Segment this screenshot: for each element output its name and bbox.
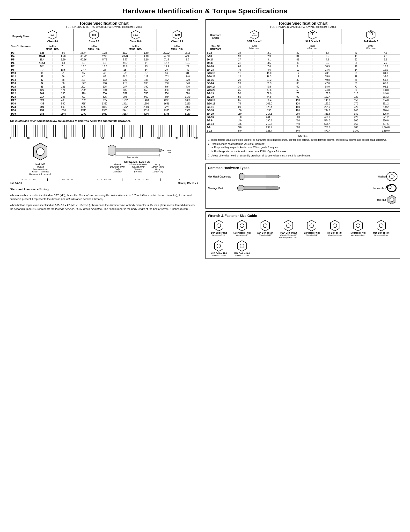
val-cell: 300 | 408.0	[284, 116, 342, 119]
c88-units: in/lbsft/lbs Nm.	[74, 44, 115, 51]
val-cell: 1401 | 1900	[115, 102, 157, 105]
table-row: 1-12 240 | 326.4 640 | 870.4 1,000 | 1,3…	[206, 129, 400, 133]
class-8-8-icon: 8.8	[89, 30, 99, 40]
val-cell: 120 | 163.2	[284, 102, 342, 105]
val-cell: 400 | 544.0	[284, 119, 342, 122]
table-row: 8-32 19 | 2.1 30 | 3.4 41 | 4.6	[206, 51, 400, 55]
val-cell: 240 | 326.4	[342, 109, 400, 112]
size-cell: 7/16-20	[206, 88, 225, 92]
val-cell: 55 | 74.8	[225, 95, 284, 98]
size-cell: M6	[10, 61, 32, 65]
svg-text:8.8: 8.8	[92, 33, 96, 36]
std-sizing: Standard Hardware Sizing When a washer o…	[10, 187, 198, 211]
notes-list: These torque values are to be used for a…	[207, 138, 399, 157]
wrench-item-sub: Wrench—3/4"	[306, 234, 317, 236]
svg-marker-68	[214, 241, 223, 251]
val-cell: 30 | 40.8	[284, 78, 342, 82]
class-5-6-label: Class 5.6	[32, 40, 73, 43]
val-cell: 5.97 | 8.10	[115, 58, 157, 61]
val-cell: 19 | 2.1	[225, 51, 284, 54]
val-cell: 29 | 40	[156, 68, 198, 71]
val-cell: 420 | 571.2	[342, 116, 400, 119]
val-cell: 14 | 19.0	[342, 68, 400, 71]
inch-ruler: 0 1/4 1/2 3/4 1 1/4 1/2 3/4 2 1/4 1/2 3/…	[10, 178, 198, 181]
val-cell: 110 | 149.6	[284, 99, 342, 102]
ruler-100: 100	[194, 137, 198, 140]
c129-units: in/lbsft/lbs Nm.	[156, 44, 198, 51]
size-header-row: Size Of Hardware in/lbsft/lbs Nm. in/lbs…	[10, 44, 198, 51]
nut-m8-diagram: Nut, M8 Thread Diameter (mm) Inside Thre…	[10, 142, 71, 175]
size-cell: M27	[10, 99, 32, 102]
inch-4: 4	[160, 179, 198, 181]
svg-point-71	[240, 244, 244, 248]
table-row: 1/4-28 76 | 8.6 10 | 13.6 14 | 19.0	[206, 68, 400, 72]
size-cell: M4	[10, 55, 32, 58]
val-cell: 170 | 231.2	[342, 102, 400, 105]
val-cell: 30.72 | 2.90	[74, 55, 115, 58]
inch-3: 3 1/4 1/2 3/4	[123, 179, 160, 181]
right-units-header: Size Of Hardware in/lbsft/lbs Nm. in/lbs…	[206, 44, 400, 51]
screw-m8-diagram: Body Diameter Body Length Screw, M8- 1.2…	[76, 142, 198, 173]
val-cell: 19.9 | 27	[156, 65, 198, 68]
inch-1: 1 1/4 1/2 3/4	[48, 179, 85, 181]
size-cell: 3/8-16	[206, 78, 225, 82]
note-2: Recommended seating torque values for lo…	[211, 142, 399, 153]
svg-point-69	[217, 244, 221, 248]
val-cell: 1349 | 1830	[74, 105, 115, 109]
val-cell: 23 | 31.3	[225, 82, 284, 85]
val-cell: 101 | 132	[74, 78, 115, 82]
size-cell: M8	[10, 68, 32, 71]
ruler-bar	[10, 125, 198, 137]
table-row: 7/8-14 155 | 210.8 440 | 598.4 660 | 897…	[206, 122, 400, 126]
val-cell: 50 | 67	[115, 72, 157, 75]
nut-m8-svg	[31, 142, 50, 161]
ruler-40: 40	[83, 137, 85, 140]
val-cell: 250 | 340	[156, 82, 198, 85]
table-row: 5/8-11 90 | 122.4 150 | 204.0 220 | 299.…	[206, 105, 400, 109]
screw-m8-svg: Body Diameter Body Length	[103, 142, 171, 159]
val-cell: 136 | 185	[115, 78, 157, 82]
right-chart-title-area: Torque Specification Chart FOR STANDARD …	[206, 20, 400, 29]
val-cell: 405 | 550	[115, 88, 157, 92]
hex-nut-label: Hex Nut	[377, 199, 386, 201]
ruler-60: 60	[120, 137, 122, 140]
right-chart-subtitle: FOR STANDARD MACHINE HARDWARE (Tolerance…	[207, 26, 399, 28]
sae2-label: SAE Grade 2	[226, 40, 282, 43]
svg-rect-38	[266, 175, 278, 178]
table-row: M4 13.44 | 1.28 30.72 | 2.90 43.44 | 4.1…	[10, 55, 198, 58]
val-cell: 169 | 230	[32, 92, 74, 95]
size-cell: M12	[10, 75, 32, 78]
r-sae2-units: in/lbsft/lbs Nm.	[225, 44, 284, 51]
table-row: M10 15 | 21 35 | 48 50 | 67 59 | 81	[10, 72, 198, 75]
wrench-item-label: M12 Bolt or Nut	[211, 252, 227, 254]
val-cell: 8 | 10.9	[284, 65, 342, 68]
class-8-8-header: 8.8 Class 8.8	[74, 29, 115, 44]
val-cell: 5.2 | 7.1	[32, 65, 74, 68]
hw-diagram: Nut, M8 Thread Diameter (mm) Inside Thre…	[10, 142, 198, 175]
std-sizing-title: Standard Hardware Sizing	[10, 187, 198, 192]
right-size-label: Size Of Hardware	[206, 44, 225, 51]
val-cell: 320 | 435	[32, 99, 74, 102]
svg-marker-41	[278, 175, 280, 178]
val-cell: 27 | 3.1	[225, 58, 284, 61]
ruler-50: 50	[101, 137, 104, 140]
wrench-guide-title: Wrench & Fastener Size Guide	[208, 214, 398, 218]
wrench-item-sub: Wrench—9/16"	[259, 234, 272, 236]
val-cell: 103 | 140	[156, 75, 198, 78]
table-row: M7 5.2 | 7.1 12.1 | 16.5 16.9 | 23 19.9 …	[10, 65, 198, 68]
nut-m8-sub: Thread Diameter (mm) Inside Threads Diam…	[10, 166, 71, 175]
carriage-bolt-svg	[237, 185, 285, 191]
val-cell: 31 | 3.5	[284, 55, 342, 58]
val-cell: 68 | 7.7	[342, 61, 400, 65]
hex-head-svg	[237, 173, 285, 180]
size-cell: 1/2-20	[206, 95, 225, 98]
val-cell: 13.44 | 1.28	[32, 55, 74, 58]
val-cell: 220 | 299.2	[342, 105, 400, 109]
val-cell: 240 | 326.4	[225, 129, 284, 132]
table-row: M18 89 | 121 202 | 275 287 | 390 346 | 4…	[10, 85, 198, 88]
svg-rect-37	[244, 175, 266, 178]
ruler-30: 30	[64, 137, 67, 140]
size-cell: 5/16-18	[206, 72, 225, 75]
wrench-shape-icon	[259, 219, 271, 232]
val-cell: 260 | 353.6	[284, 112, 342, 115]
